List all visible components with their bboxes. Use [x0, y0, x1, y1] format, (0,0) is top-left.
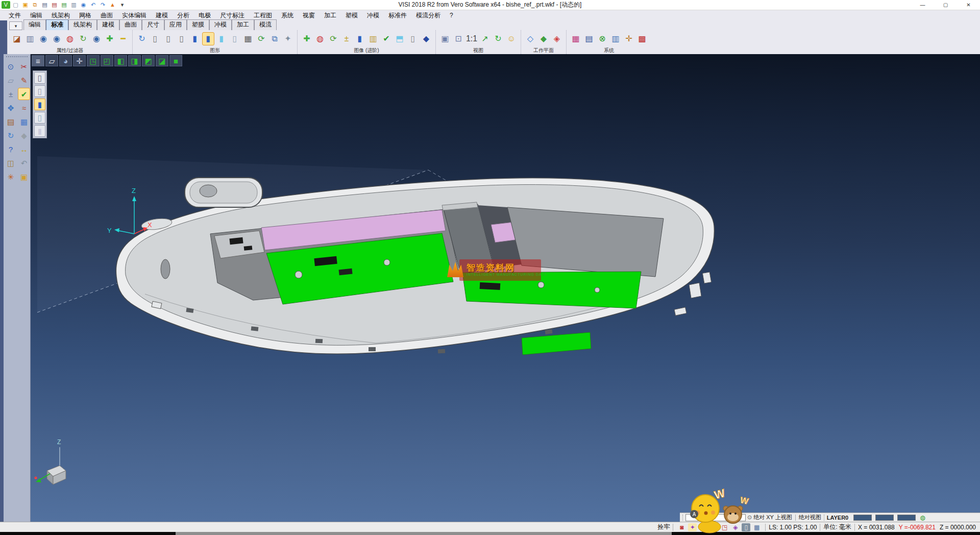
zoom-1to1-icon[interactable]: 1:1: [465, 32, 478, 45]
tab-flow[interactable]: 模流: [254, 19, 277, 30]
workplane-axes-icon[interactable]: ✥: [5, 102, 17, 114]
status-touch-icon[interactable]: ➤: [699, 523, 707, 531]
refresh-icon[interactable]: ↻: [5, 129, 17, 141]
cylinder-flat-icon[interactable]: ▯: [229, 32, 241, 45]
grid-window-icon[interactable]: ▦: [18, 115, 30, 128]
capture-icon[interactable]: ▲: [108, 1, 117, 9]
view-shaded-icon[interactable]: ◕: [59, 55, 72, 66]
style-wireframe-icon[interactable]: ▯: [34, 72, 45, 84]
edit-curve-icon[interactable]: ✎: [18, 74, 30, 86]
save-as-icon[interactable]: ▤: [50, 1, 59, 9]
print-icon[interactable]: ▥: [69, 1, 78, 9]
cpl-standard-icon[interactable]: ◇: [524, 32, 536, 45]
selection-hand-icon[interactable]: ✛: [623, 32, 635, 45]
view-axis-pin-icon[interactable]: ✛: [73, 55, 86, 66]
view-top-icon[interactable]: ◳: [87, 55, 100, 66]
trash-icon[interactable]: ◫: [5, 157, 17, 169]
layer-swatch-1[interactable]: [853, 515, 872, 521]
tab-machining[interactable]: 加工: [232, 19, 254, 30]
cylinder-dashed-icon[interactable]: ▯: [176, 32, 188, 45]
window-config-icon[interactable]: ▥: [609, 32, 622, 45]
cylinder-dotted-icon[interactable]: ▮: [354, 32, 366, 45]
open-folder-icon[interactable]: ▣: [21, 1, 30, 9]
graphics-settings-icon[interactable]: ✦: [282, 32, 294, 45]
phone-housing-model[interactable]: [116, 178, 714, 355]
tab-standard[interactable]: 标准: [46, 19, 68, 30]
cylinder-shaded-edges-icon[interactable]: ▮: [202, 32, 214, 45]
status-box-icon[interactable]: ◈: [731, 523, 740, 531]
menu-item[interactable]: 加工: [320, 10, 341, 21]
matrix-grid-icon[interactable]: ▩: [636, 32, 648, 45]
search-icon[interactable]: ⊙: [747, 514, 752, 521]
view-menu-icon[interactable]: ≡: [32, 55, 44, 66]
delete-sketch-icon[interactable]: ✂: [18, 60, 30, 72]
redo-icon[interactable]: ↷: [99, 1, 107, 9]
cpl-entity-icon[interactable]: ◆: [537, 32, 550, 45]
zoom-select-icon[interactable]: ±: [5, 88, 17, 100]
cylinder-tag-icon[interactable]: ⬒: [394, 32, 406, 45]
tab-die[interactable]: 冲模: [209, 19, 232, 30]
sidebar-drag-handle[interactable]: [6, 56, 28, 58]
shade-refresh-icon[interactable]: ⟳: [327, 32, 339, 45]
view-right-icon[interactable]: ◨: [128, 55, 141, 66]
menu-item[interactable]: 模流分析: [411, 10, 445, 21]
menu-item[interactable]: 系统: [277, 10, 298, 21]
absolute-view-label[interactable]: 绝对视图: [799, 514, 821, 521]
tab-mould[interactable]: 塑膜: [187, 19, 209, 30]
globe-icon[interactable]: ◍: [920, 514, 925, 521]
style-shaded-icon[interactable]: ▮: [34, 99, 45, 110]
view-front-icon[interactable]: ◰: [101, 55, 113, 66]
tab-dropdown-button[interactable]: ▾: [9, 21, 22, 30]
cylinder-check-icon[interactable]: ✔: [380, 32, 393, 45]
rotate-view-icon[interactable]: ↻: [492, 32, 504, 45]
zoom-extents-icon[interactable]: ⊡: [452, 32, 464, 45]
zoom-window-icon[interactable]: ▣: [439, 32, 451, 45]
preview-icon[interactable]: ◉: [79, 1, 88, 9]
cylinder-transparent-icon[interactable]: ▮: [215, 32, 228, 45]
view-mode-label[interactable]: 绝对 XY 上视图: [753, 514, 792, 521]
shade-add-icon[interactable]: ✚: [301, 32, 313, 45]
hide-entity-icon[interactable]: ◉: [51, 32, 63, 45]
surface-plane-icon[interactable]: ▱: [5, 74, 17, 86]
tab-wireframe[interactable]: 线架构: [68, 19, 97, 30]
hide-minus-icon[interactable]: ━: [117, 32, 129, 45]
tab-dimension[interactable]: 尺寸: [142, 19, 164, 30]
undo-icon[interactable]: ↶: [89, 1, 97, 9]
tab-modeling[interactable]: 建模: [97, 19, 119, 30]
view-plane-icon[interactable]: ▱: [45, 55, 58, 66]
cylinder-shaded-icon[interactable]: ▮: [189, 32, 201, 45]
options-compass-icon[interactable]: ✳: [5, 171, 17, 183]
open-project-icon[interactable]: ▣: [18, 171, 30, 183]
viewport-3d[interactable]: Z Y X Z ≡▱◕✛◳◰◧◨◩◪■ ▯: [31, 54, 980, 522]
cylinder-wireframe-icon[interactable]: ▯: [149, 32, 161, 45]
tab-surface[interactable]: 曲面: [119, 19, 142, 30]
menu-item[interactable]: 塑模: [341, 10, 362, 21]
status-wand-icon[interactable]: ✦: [688, 523, 697, 531]
help-icon[interactable]: ?: [5, 143, 17, 155]
measure-icon[interactable]: ↔: [18, 143, 30, 155]
traffic-filter-icon[interactable]: ◍: [64, 32, 76, 45]
style-eraser-icon[interactable]: ▮: [34, 125, 45, 137]
filter-page-icon[interactable]: ▥: [24, 32, 36, 45]
search-zoom-icon[interactable]: ⊙: [5, 60, 17, 72]
cylinder-hatch-icon[interactable]: ▦: [242, 32, 254, 45]
menu-item[interactable]: ?: [445, 11, 458, 20]
status-package-icon[interactable]: ◳: [720, 523, 729, 531]
show-entity-icon[interactable]: ◉: [37, 32, 50, 45]
shade-traffic-icon[interactable]: ◍: [314, 32, 326, 45]
status-help-icon[interactable]: ?: [709, 523, 718, 531]
cylinder-refresh-icon[interactable]: ⟳: [255, 32, 267, 45]
style-transparent-icon[interactable]: ▯: [34, 112, 45, 124]
regen-graphics-icon[interactable]: ↻: [136, 32, 148, 45]
toggle-visibility-icon[interactable]: ◉: [90, 32, 103, 45]
show-plus-icon[interactable]: ✚: [104, 32, 116, 45]
cylinder-mesh-icon[interactable]: ▯: [407, 32, 419, 45]
view-solid-icon[interactable]: ■: [169, 55, 182, 66]
calculator-icon[interactable]: ▤: [583, 32, 595, 45]
refresh-visibility-icon[interactable]: ↻: [77, 32, 89, 45]
color-palette-icon[interactable]: ▦: [570, 32, 582, 45]
cylinder-striped-icon[interactable]: ▥: [367, 32, 379, 45]
view-left-icon[interactable]: ◧: [114, 55, 127, 66]
import-pages-icon[interactable]: ⧉: [31, 1, 39, 9]
view-back-icon[interactable]: ◪: [156, 55, 168, 66]
